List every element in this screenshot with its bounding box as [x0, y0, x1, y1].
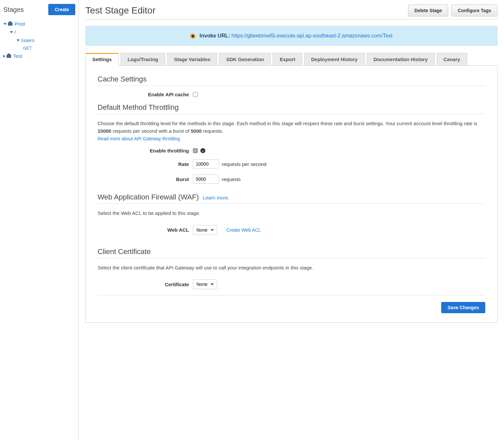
certificate-label: Certificate [98, 282, 193, 287]
enable-api-cache-checkbox[interactable] [193, 92, 198, 97]
waf-title: Web Application Firewall (WAF) [98, 193, 199, 201]
cache-settings-title: Cache Settings [98, 75, 485, 83]
tree-method-label: GET [23, 46, 32, 51]
enable-api-cache-label: Enable API cache [98, 92, 193, 97]
stage-icon [8, 22, 12, 26]
enable-throttling-checkbox[interactable] [193, 148, 198, 153]
info-icon[interactable]: i [200, 148, 205, 153]
tab-deployment-history[interactable]: Deployment History [304, 53, 365, 65]
invoke-url-link[interactable]: https://gbeebmwl5i.execute-api.ap-southe… [232, 33, 393, 38]
tree-label: / [14, 29, 16, 35]
invoke-url-label: Invoke URL: [199, 33, 230, 38]
web-acl-label: Web ACL [98, 227, 193, 233]
waf-learn-more-link[interactable]: Learn more. [203, 195, 229, 200]
delete-stage-button[interactable]: Delete Stage [408, 5, 448, 16]
certificate-select[interactable]: None [193, 279, 217, 289]
stage-icon [7, 55, 11, 58]
tree-item-test[interactable]: Test [3, 52, 75, 60]
rate-input[interactable] [193, 159, 219, 169]
tab-canary[interactable]: Canary [437, 53, 467, 65]
tab-export[interactable]: Export [273, 53, 302, 65]
rate-label: Rate [98, 161, 193, 167]
tree-label: Prod [14, 21, 25, 27]
client-cert-title: Client Certificate [98, 247, 485, 256]
create-web-acl-link[interactable]: Create Web ACL [226, 227, 261, 233]
main: Test Stage Editor Delete Stage Configure… [79, 0, 504, 440]
tab-logs-tracing[interactable]: Logs/Tracing [121, 53, 165, 65]
sidebar-title: Stages [3, 6, 24, 13]
settings-panel: Cache Settings Enable API cache Default … [85, 65, 497, 323]
stages-tree: Prod / /users GET Test [3, 20, 75, 60]
configure-tags-button[interactable]: Configure Tags [451, 5, 497, 16]
burst-label: Burst [98, 176, 193, 182]
tree-label: Test [13, 53, 22, 59]
caret-down-icon [16, 39, 20, 41]
client-cert-description: Select the client certificate that API G… [98, 264, 485, 272]
burst-suffix: requests [222, 176, 241, 182]
web-acl-select[interactable]: None [193, 225, 217, 235]
tab-sdk-generation[interactable]: SDK Generation [219, 53, 271, 65]
tab-stage-variables[interactable]: Stage Variables [167, 53, 218, 65]
target-icon [190, 34, 195, 39]
throttling-title: Default Method Throttling [98, 103, 485, 112]
page-title: Test Stage Editor [85, 5, 155, 16]
sidebar: Stages Create Prod / /users GET [0, 0, 79, 440]
throttling-read-more-link[interactable]: Read more about API Gateway throttling [98, 136, 180, 141]
tree-item-get[interactable]: GET [23, 44, 75, 52]
tree-label: /users [21, 37, 34, 43]
tab-settings[interactable]: Settings [85, 53, 119, 66]
tab-documentation-history[interactable]: Documentation History [367, 53, 435, 65]
enable-throttling-label: Enable throttling [98, 148, 193, 153]
rate-suffix: requests per second [222, 161, 266, 167]
waf-description: Select the Web ACL to be applied to this… [98, 210, 485, 217]
caret-down-icon [3, 23, 7, 25]
tree-item-prod[interactable]: Prod [3, 20, 75, 28]
caret-right-icon [3, 55, 5, 58]
tree-item-users[interactable]: /users [16, 36, 75, 44]
invoke-url-banner: Invoke URL: https://gbeebmwl5i.execute-a… [85, 26, 497, 46]
throttling-description: Choose the default throttling level for … [98, 120, 485, 135]
tabs: Settings Logs/Tracing Stage Variables SD… [85, 53, 497, 65]
caret-down-icon [10, 31, 13, 33]
create-stage-button[interactable]: Create [48, 4, 75, 15]
burst-input[interactable] [193, 174, 219, 184]
save-changes-button[interactable]: Save Changes [441, 302, 485, 313]
tree-item-root[interactable]: / [10, 28, 75, 36]
